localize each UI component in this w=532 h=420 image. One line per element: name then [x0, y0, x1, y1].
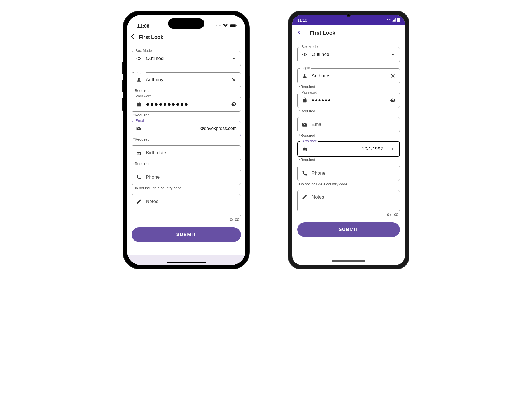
password-value: ●●●●●●●●●●: [146, 101, 227, 107]
password-field: Password ●●●●●● *Required: [297, 93, 400, 113]
box-mode-value: Outlined: [312, 52, 386, 57]
notes-input[interactable]: Notes: [297, 190, 400, 211]
dropdown-icon: [390, 52, 396, 57]
clear-icon[interactable]: [231, 77, 237, 83]
login-value: Anthony: [146, 77, 227, 83]
battery-icon: [230, 23, 237, 29]
eye-icon[interactable]: [231, 101, 237, 107]
android-status-right: [386, 18, 400, 23]
email-label: Email: [134, 119, 146, 122]
cake-icon: [136, 150, 142, 156]
birthdate-helper: *Required: [299, 158, 400, 162]
birthdate-field: Birth date *Required: [132, 145, 241, 166]
pencil-icon: [136, 199, 142, 204]
email-placeholder: Email: [312, 122, 396, 127]
phone-field: Phone Do not include a country code: [297, 166, 400, 186]
box-mode-select[interactable]: Outlined: [297, 47, 400, 62]
cake-icon: [302, 146, 308, 152]
phone-input[interactable]: Phone: [132, 170, 241, 185]
birthdate-label: Birth date: [300, 139, 318, 143]
box-mode-field: Box Mode Outlined: [132, 51, 241, 66]
password-field: Password ●●●●●●●●●● *Required: [132, 97, 241, 117]
email-field: Email @devexpress.com *Required: [132, 121, 241, 141]
home-indicator: [332, 260, 365, 262]
box-mode-label: Box Mode: [134, 49, 153, 52]
phone-icon: [302, 171, 308, 176]
login-value: Anthony: [312, 73, 386, 79]
iphone-screen: 11:08 First Look Box Mode: [127, 15, 245, 265]
back-icon[interactable]: [130, 34, 135, 41]
email-field: Email *Required: [297, 117, 400, 137]
login-input[interactable]: Anthony: [132, 72, 241, 87]
submit-button[interactable]: SUBMIT: [297, 222, 400, 237]
android-nav-bar-bottom: [292, 257, 405, 265]
ios-time: 11:08: [137, 24, 149, 29]
signal-icon: [392, 18, 396, 23]
eye-icon[interactable]: [390, 97, 396, 103]
email-input[interactable]: @devexpress.com: [132, 121, 241, 136]
phone-input[interactable]: Phone: [297, 166, 400, 181]
page-title: First Look: [139, 34, 163, 40]
ios-nav-bar: First Look: [127, 30, 245, 45]
phone-field: Phone Do not include a country code: [132, 170, 241, 190]
birthdate-value: 10/1/1992: [312, 146, 386, 152]
dynamic-island: [168, 18, 204, 29]
birthdate-input[interactable]: 10/1/1992: [297, 141, 400, 157]
ios-bottom-area: [127, 255, 245, 265]
box-mode-select[interactable]: Outlined: [132, 51, 241, 66]
password-input[interactable]: ●●●●●●: [297, 93, 400, 108]
clear-icon[interactable]: [390, 73, 396, 79]
page-title: First Look: [310, 30, 335, 36]
birthdate-input[interactable]: Birth date: [132, 145, 241, 160]
phone-helper: Do not include a country code: [299, 182, 400, 186]
login-label: Login: [134, 70, 146, 74]
pencil-icon: [302, 194, 308, 200]
box-mode-value: Outlined: [146, 56, 227, 61]
lock-icon: [302, 97, 308, 103]
email-helper: *Required: [133, 137, 241, 141]
android-time: 11:10: [297, 18, 307, 22]
ios-form: Box Mode Outlined Login: [127, 45, 245, 255]
mail-icon: [302, 122, 308, 127]
password-helper: *Required: [299, 109, 400, 113]
notes-field: Notes 0/100: [132, 194, 241, 222]
email-helper: *Required: [299, 133, 400, 137]
password-label: Password: [300, 90, 318, 94]
login-field: Login Anthony *Required: [297, 68, 400, 89]
notes-counter: 0 / 100: [297, 213, 398, 217]
login-helper: *Required: [299, 85, 400, 89]
home-indicator: [167, 262, 206, 263]
svg-rect-1: [230, 24, 235, 27]
lock-icon: [136, 101, 142, 107]
email-input[interactable]: Email: [297, 117, 400, 132]
login-input[interactable]: Anthony: [297, 68, 400, 83]
cellular-dots-icon: [216, 25, 221, 26]
notes-placeholder: Notes: [146, 199, 237, 204]
person-icon: [136, 77, 142, 83]
dropdown-icon: [231, 56, 237, 61]
birthdate-field: Birth date 10/1/1992 *Required: [297, 141, 400, 162]
birthdate-helper: *Required: [133, 162, 241, 166]
password-input[interactable]: ●●●●●●●●●●: [132, 97, 241, 112]
iphone-frame: 11:08 First Look Box Mode: [123, 11, 249, 269]
notes-field: Notes 0 / 100: [297, 190, 400, 217]
android-nav-bar: First Look: [292, 25, 405, 41]
wifi-icon: [386, 18, 391, 23]
clear-icon[interactable]: [390, 146, 395, 152]
login-helper: *Required: [133, 88, 241, 93]
person-icon: [302, 73, 308, 79]
email-suffix: @devexpress.com: [199, 126, 237, 131]
login-label: Login: [300, 66, 311, 70]
notes-counter: 0/100: [132, 218, 239, 222]
phone-icon: [136, 174, 142, 180]
box-mode-field: Box Mode Outlined: [297, 47, 400, 62]
phone-placeholder: Phone: [312, 171, 396, 176]
back-icon[interactable]: [297, 29, 304, 37]
password-value: ●●●●●●: [312, 98, 386, 102]
submit-button[interactable]: SUBMIT: [132, 227, 241, 242]
textbox-icon: [302, 52, 308, 57]
svg-rect-2: [236, 25, 236, 26]
notes-input[interactable]: Notes: [132, 194, 241, 216]
battery-icon: [397, 18, 400, 23]
phone-placeholder: Phone: [146, 174, 237, 180]
